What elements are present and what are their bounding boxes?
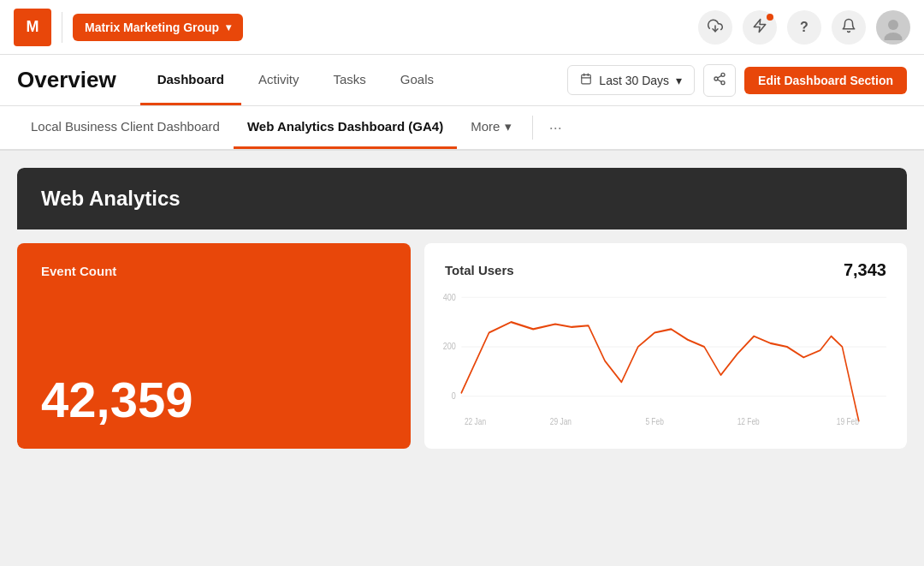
org-selector-button[interactable]: Matrix Marketing Group ▾ <box>73 14 243 41</box>
card-header-row: Total Users 7,343 <box>445 260 886 280</box>
svg-text:400: 400 <box>443 292 456 302</box>
tab-activity[interactable]: Activity <box>241 55 317 105</box>
share-button[interactable] <box>703 64 736 97</box>
download-button[interactable] <box>698 10 732 45</box>
svg-line-12 <box>718 75 722 78</box>
user-avatar-button[interactable] <box>876 10 910 45</box>
chevron-down-icon: ▾ <box>226 21 231 33</box>
notifications-button[interactable] <box>832 10 866 45</box>
cards-row: Event Count 42,359 Total Users 7,343 <box>17 229 907 449</box>
matrix-logo: M <box>14 9 51 46</box>
lightning-badge <box>767 14 773 21</box>
svg-text:22 Jan: 22 Jan <box>465 416 486 426</box>
svg-marker-1 <box>754 19 766 32</box>
overview-actions: Last 30 Days ▾ Edit Dashboard Section <box>567 64 907 97</box>
help-button[interactable]: ? <box>787 10 821 45</box>
edit-dashboard-button[interactable]: Edit Dashboard Section <box>744 67 907 94</box>
date-filter-label: Last 30 Days <box>599 74 669 87</box>
total-users-chart: 400 200 0 22 Jan 29 Jan 5 Feb 12 Feb 19 … <box>445 290 886 432</box>
web-analytics-header: Web Analytics <box>17 168 907 229</box>
tab-tasks[interactable]: Tasks <box>317 55 383 105</box>
analytics-section: Web Analytics Event Count 42,359 Total U… <box>17 168 907 449</box>
svg-text:12 Feb: 12 Feb <box>737 416 760 426</box>
tabs-divider <box>532 116 533 140</box>
svg-point-2 <box>888 20 898 30</box>
svg-text:19 Feb: 19 Feb <box>837 416 859 426</box>
svg-text:29 Jan: 29 Jan <box>550 416 572 426</box>
more-options-button[interactable]: ··· <box>540 112 571 143</box>
logo-area: M Matrix Marketing Group ▾ <box>14 9 243 46</box>
dashboard-tabs-bar: Local Business Client Dashboard Web Anal… <box>0 106 924 151</box>
overview-tabs: Dashboard Activity Tasks Goals <box>140 55 568 105</box>
logo-divider <box>62 12 62 43</box>
page-title: Overview <box>17 67 116 93</box>
lightning-icon <box>752 18 767 37</box>
overview-bar: Overview Dashboard Activity Tasks Goals <box>0 55 924 106</box>
lightning-button[interactable] <box>743 10 777 45</box>
calendar-icon <box>580 73 592 87</box>
date-filter-button[interactable]: Last 30 Days ▾ <box>567 65 695 95</box>
event-count-label: Event Count <box>41 264 387 278</box>
share-icon <box>713 72 726 88</box>
download-icon <box>708 18 723 37</box>
question-icon: ? <box>800 20 808 35</box>
svg-line-11 <box>718 80 722 82</box>
bell-icon <box>841 18 856 37</box>
logo-m: M <box>27 18 39 36</box>
event-count-card: Event Count 42,359 <box>17 243 411 449</box>
svg-text:200: 200 <box>443 341 456 351</box>
dashboard-tab-local-business[interactable]: Local Business Client Dashboard <box>17 106 234 149</box>
top-navigation: M Matrix Marketing Group ▾ ? <box>0 0 924 55</box>
more-chevron-icon: ▾ <box>505 119 512 134</box>
org-name: Matrix Marketing Group <box>85 21 219 34</box>
total-users-value: 7,343 <box>844 260 886 280</box>
svg-rect-4 <box>582 74 591 84</box>
tab-goals[interactable]: Goals <box>383 55 451 105</box>
dashboard-tab-more[interactable]: More ▾ <box>457 106 525 149</box>
svg-text:0: 0 <box>452 390 456 401</box>
ellipsis-icon: ··· <box>549 119 562 137</box>
dashboard-tab-web-analytics[interactable]: Web Analytics Dashboard (GA4) <box>234 106 457 149</box>
svg-text:5 Feb: 5 Feb <box>645 416 663 426</box>
total-users-card: Total Users 7,343 400 200 0 <box>424 243 907 449</box>
event-count-value: 42,359 <box>41 371 387 428</box>
date-chevron-icon: ▾ <box>676 74 682 87</box>
web-analytics-title: Web Analytics <box>41 187 883 211</box>
main-content: Web Analytics Event Count 42,359 Total U… <box>0 151 924 493</box>
chart-container: 400 200 0 22 Jan 29 Jan 5 Feb 12 Feb 19 … <box>445 290 886 432</box>
svg-point-3 <box>885 33 903 40</box>
tab-dashboard[interactable]: Dashboard <box>140 55 241 105</box>
total-users-label: Total Users <box>445 263 514 277</box>
